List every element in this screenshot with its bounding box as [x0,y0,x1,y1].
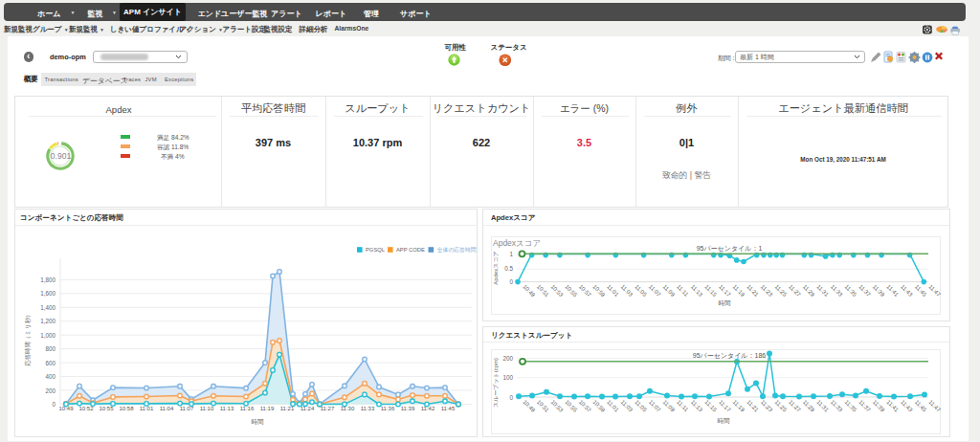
svg-text:11:47: 11:47 [927,399,942,413]
svg-text:1,800: 1,800 [40,276,56,283]
svg-text:11:37: 11:37 [858,399,872,413]
svg-text:時間: 時間 [252,418,264,426]
svg-text:11:23: 11:23 [760,399,774,413]
svg-text:11:42: 11:42 [421,406,435,411]
svg-text:11:27: 11:27 [788,283,802,298]
svg-text:11:17: 11:17 [718,283,732,298]
svg-text:11:09: 11:09 [661,283,676,298]
svg-text:11:21: 11:21 [280,406,295,411]
svg-text:応答時間（ミリ秒）: 応答時間（ミリ秒） [24,312,32,366]
svg-text:11:13: 11:13 [690,399,704,413]
svg-text:10:51: 10:51 [536,399,550,413]
svg-text:11:13: 11:13 [690,283,704,298]
svg-text:11:01: 11:01 [606,399,620,413]
svg-text:11:39: 11:39 [872,283,886,298]
svg-text:1,400: 1,400 [40,304,56,311]
svg-text:95パーセンタイル：1: 95パーセンタイル：1 [697,245,763,253]
svg-text:11:30: 11:30 [341,406,355,411]
svg-text:11:45: 11:45 [441,406,456,411]
svg-text:11:39: 11:39 [401,406,415,411]
svg-text:Apdexスコア: Apdexスコア [493,238,541,248]
svg-text:11:04: 11:04 [160,406,174,411]
svg-text:10:59: 10:59 [591,399,606,413]
svg-text:11:05: 11:05 [634,283,648,298]
svg-text:PGSQL: PGSQL [366,247,386,253]
svg-text:11:31: 11:31 [815,399,830,413]
svg-text:11:29: 11:29 [802,283,816,298]
svg-text:11:47: 11:47 [927,283,942,298]
svg-text:10:59: 10:59 [591,283,606,298]
svg-text:APP CODE: APP CODE [396,247,425,253]
svg-text:11:01: 11:01 [606,283,620,298]
svg-text:11:07: 11:07 [648,399,662,413]
svg-text:10:58: 10:58 [119,406,134,411]
svg-text:11:45: 11:45 [914,399,928,413]
svg-text:0: 0 [509,278,513,285]
svg-text:全体の応答時間: 全体の応答時間 [437,247,477,254]
svg-text:11:15: 11:15 [703,399,718,413]
svg-text:11:33: 11:33 [830,399,844,413]
svg-text:11:07: 11:07 [648,283,662,298]
svg-text:11:27: 11:27 [788,399,802,413]
svg-text:11:27: 11:27 [321,406,335,411]
svg-text:11:13: 11:13 [220,406,234,411]
svg-text:10:55: 10:55 [564,283,578,298]
svg-text:0: 0 [509,394,513,401]
svg-text:11:43: 11:43 [900,283,914,298]
svg-text:11:17: 11:17 [718,399,732,413]
svg-text:200: 200 [45,387,56,394]
svg-text:10:57: 10:57 [578,399,592,413]
svg-text:スループット(cpm): スループット(cpm) [493,358,499,408]
svg-text:10:53: 10:53 [549,399,564,413]
svg-text:時間: 時間 [718,417,730,425]
svg-text:11:03: 11:03 [620,399,635,413]
svg-text:11:41: 11:41 [885,399,900,413]
svg-text:11:19: 11:19 [732,283,746,298]
svg-text:11:03: 11:03 [620,283,635,298]
svg-text:0.901: 0.901 [50,151,71,161]
svg-text:10:57: 10:57 [578,283,592,298]
svg-text:1,000: 1,000 [40,332,56,339]
svg-text:10:55: 10:55 [564,399,578,413]
svg-text:11:15: 11:15 [703,283,718,298]
svg-text:1,600: 1,600 [40,290,56,297]
svg-text:11:10: 11:10 [200,406,214,411]
svg-text:11:29: 11:29 [802,399,816,413]
svg-text:11:35: 11:35 [844,399,858,413]
svg-text:11:33: 11:33 [830,283,844,298]
svg-text:200: 200 [502,355,513,362]
svg-text:0.5: 0.5 [504,265,513,272]
svg-text:11:31: 11:31 [815,283,830,298]
svg-text:11:21: 11:21 [746,399,760,413]
svg-text:11:21: 11:21 [746,283,760,298]
svg-text:11:11: 11:11 [676,283,690,298]
svg-text:11:07: 11:07 [180,406,194,411]
svg-text:11:43: 11:43 [900,399,914,413]
svg-text:時間: 時間 [719,299,731,307]
svg-text:10:49: 10:49 [522,399,536,413]
svg-text:11:35: 11:35 [844,283,858,298]
svg-text:10:51: 10:51 [536,283,550,298]
svg-text:11:11: 11:11 [676,399,690,413]
svg-text:11:09: 11:09 [661,399,676,413]
svg-text:11:25: 11:25 [773,399,788,413]
svg-text:11:19: 11:19 [732,399,746,413]
svg-text:1: 1 [509,251,513,257]
svg-text:11:05: 11:05 [634,399,648,413]
svg-text:10:52: 10:52 [78,406,94,411]
svg-text:11:19: 11:19 [260,406,275,411]
svg-text:11:24: 11:24 [301,406,315,411]
svg-text:11:37: 11:37 [858,283,872,298]
svg-text:10:55: 10:55 [99,406,114,411]
svg-text:11:25: 11:25 [773,283,788,298]
svg-text:10:53: 10:53 [549,283,564,298]
svg-text:Apdexスコア: Apdexスコア [493,251,499,284]
svg-text:400: 400 [45,373,56,380]
svg-text:11:45: 11:45 [914,283,928,298]
svg-text:600: 600 [45,360,56,366]
svg-text:11:41: 11:41 [885,283,900,298]
svg-text:11:36: 11:36 [381,406,395,411]
svg-text:11:33: 11:33 [361,406,375,411]
svg-text:800: 800 [45,345,56,352]
svg-text:95パーセンタイル：186: 95パーセンタイル：186 [693,352,767,360]
